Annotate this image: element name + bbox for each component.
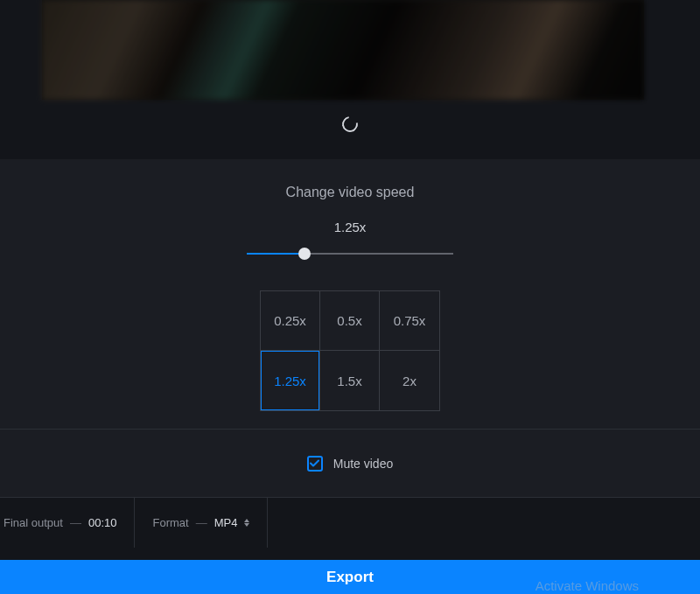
speed-option-1-5x[interactable]: 1.5x — [320, 351, 380, 410]
video-preview[interactable] — [42, 0, 644, 100]
speed-panel: Change video speed 1.25x 0.25x0.5x0.75x1… — [0, 159, 700, 429]
speed-option-0-75x[interactable]: 0.75x — [380, 291, 439, 351]
check-icon — [310, 459, 319, 467]
final-output-label: Final output — [4, 516, 63, 529]
speed-option-1-25x[interactable]: 1.25x — [261, 351, 320, 410]
speed-option-0-25x[interactable]: 0.25x — [261, 291, 320, 351]
dash-separator: — — [196, 516, 207, 529]
format-label: Format — [152, 516, 188, 529]
status-bar: Final output — 00:10 Format — MP4 — [0, 497, 700, 548]
final-output-value: 00:10 — [88, 516, 117, 529]
slider-thumb[interactable] — [298, 248, 311, 260]
format-select[interactable]: MP4 — [214, 516, 250, 529]
format-value: MP4 — [214, 516, 238, 529]
format-cell: Format — MP4 — [135, 498, 268, 548]
speed-current-value: 1.25x — [334, 220, 367, 234]
speed-option-0-5x[interactable]: 0.5x — [320, 291, 380, 351]
mute-checkbox[interactable] — [307, 456, 323, 472]
loading-spinner-row — [0, 109, 700, 139]
speed-panel-title: Change video speed — [286, 185, 415, 200]
slider-fill — [247, 253, 304, 255]
export-label: Export — [326, 569, 374, 586]
export-button[interactable]: Export — [0, 560, 700, 594]
mute-row: Mute video — [0, 429, 700, 497]
video-frame — [42, 0, 644, 100]
final-output-cell: Final output — 00:10 — [0, 498, 135, 548]
loading-spinner-icon — [339, 113, 360, 135]
mute-label: Mute video — [333, 457, 393, 471]
speed-slider[interactable] — [247, 247, 453, 261]
dash-separator: — — [70, 516, 81, 529]
speed-option-2x[interactable]: 2x — [380, 351, 439, 410]
select-arrows-icon — [244, 519, 249, 527]
speed-options-grid: 0.25x0.5x0.75x1.25x1.5x2x — [260, 290, 440, 411]
